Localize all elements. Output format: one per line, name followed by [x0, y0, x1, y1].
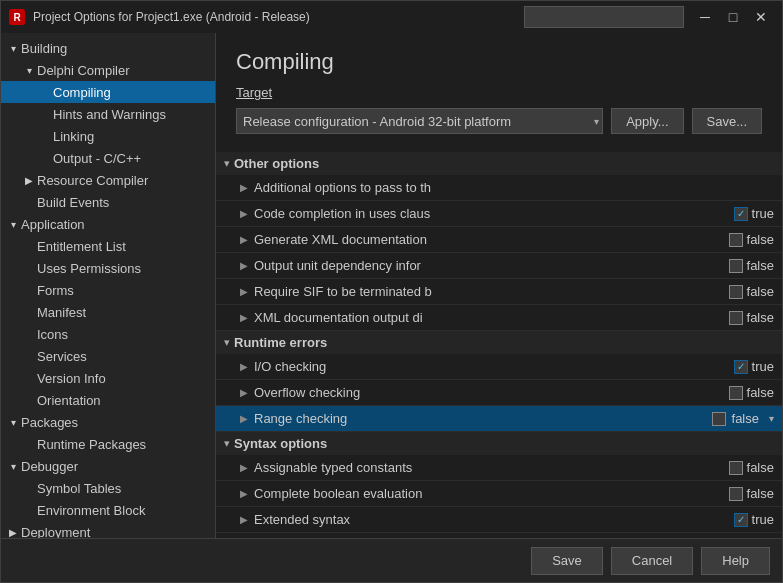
sidebar: ▾ Building ▾ Delphi Compiler Compiling H… [1, 33, 216, 538]
row-expand-arrow[interactable]: ▶ [240, 413, 248, 424]
sidebar-item-entitlement-list[interactable]: Entitlement List [1, 235, 215, 257]
group-arrow-runtime-errors: ▾ [224, 336, 230, 349]
target-select[interactable]: Release configuration - Android 32-bit p… [236, 108, 603, 134]
row-checkbox[interactable] [734, 513, 748, 527]
row-expand-arrow[interactable]: ▶ [240, 387, 248, 398]
row-checkbox[interactable] [734, 360, 748, 374]
sidebar-label-build-events: Build Events [37, 195, 215, 210]
sidebar-item-orientation[interactable]: Orientation [1, 389, 215, 411]
group-header-runtime-errors[interactable]: ▾ Runtime errors [216, 331, 782, 354]
row-expand-arrow[interactable]: ▶ [240, 286, 248, 297]
tree-arrow-hints-warnings [37, 106, 53, 122]
row-expand-arrow[interactable]: ▶ [240, 514, 248, 525]
row-dropdown-icon[interactable]: ▾ [769, 413, 774, 424]
close-button[interactable]: ✕ [748, 4, 774, 30]
option-row[interactable]: ▶ Generate XML documentation false [216, 227, 782, 253]
row-checkbox[interactable] [729, 259, 743, 273]
window: R Project Options for Project1.exe (Andr… [0, 0, 783, 583]
sidebar-item-compiling[interactable]: Compiling [1, 81, 215, 103]
tree-arrow-debugger: ▾ [5, 458, 21, 474]
option-row[interactable]: ▶ Require SIF to be terminated b false [216, 279, 782, 305]
maximize-button[interactable]: □ [720, 4, 746, 30]
row-value-text: false [747, 460, 774, 475]
save-button[interactable]: Save [531, 547, 603, 575]
sidebar-label-icons: Icons [37, 327, 215, 342]
sidebar-item-manifest[interactable]: Manifest [1, 301, 215, 323]
search-input[interactable] [524, 6, 684, 28]
sidebar-item-hints-warnings[interactable]: Hints and Warnings [1, 103, 215, 125]
option-row[interactable]: ▶ Complete boolean evaluation false [216, 481, 782, 507]
row-expand-arrow[interactable]: ▶ [240, 182, 248, 193]
sidebar-item-application[interactable]: ▾ Application [1, 213, 215, 235]
row-checkbox[interactable] [729, 285, 743, 299]
group-label-other-options: Other options [234, 156, 319, 171]
row-expand-arrow[interactable]: ▶ [240, 312, 248, 323]
option-row[interactable]: ▶ Overflow checking false [216, 380, 782, 406]
option-row[interactable]: ▶ XML documentation output di false [216, 305, 782, 331]
content-area: ▾ Building ▾ Delphi Compiler Compiling H… [1, 33, 782, 538]
option-row[interactable]: ▶ I/O checking true [216, 354, 782, 380]
sidebar-item-packages[interactable]: ▾ Packages [1, 411, 215, 433]
sidebar-item-delphi-compiler[interactable]: ▾ Delphi Compiler [1, 59, 215, 81]
apply-button[interactable]: Apply... [611, 108, 683, 134]
row-expand-arrow[interactable]: ▶ [240, 462, 248, 473]
row-expand-arrow[interactable]: ▶ [240, 260, 248, 271]
row-checkbox[interactable] [734, 207, 748, 221]
sidebar-item-debugger[interactable]: ▾ Debugger [1, 455, 215, 477]
option-row[interactable]: ▶ Open parameters true [216, 533, 782, 538]
row-checkbox[interactable] [712, 412, 726, 426]
sidebar-item-icons[interactable]: Icons [1, 323, 215, 345]
row-value-wrap: false [729, 258, 774, 273]
sidebar-item-version-info[interactable]: Version Info [1, 367, 215, 389]
minimize-button[interactable]: ─ [692, 4, 718, 30]
option-row[interactable]: ▶ Code completion in uses claus true [216, 201, 782, 227]
tree-arrow-build-events [21, 194, 37, 210]
sidebar-label-uses-permissions: Uses Permissions [37, 261, 215, 276]
sidebar-item-environment-block[interactable]: Environment Block [1, 499, 215, 521]
sidebar-item-linking[interactable]: Linking [1, 125, 215, 147]
row-value-wrap: true [734, 359, 774, 374]
sidebar-label-runtime-packages: Runtime Packages [37, 437, 215, 452]
row-checkbox[interactable] [729, 461, 743, 475]
page-title: Compiling [236, 49, 762, 75]
tree-arrow-packages: ▾ [5, 414, 21, 430]
row-label: XML documentation output di [254, 310, 729, 325]
row-expand-arrow[interactable]: ▶ [240, 208, 248, 219]
help-button[interactable]: Help [701, 547, 770, 575]
sidebar-item-uses-permissions[interactable]: Uses Permissions [1, 257, 215, 279]
option-row[interactable]: ▶ Additional options to pass to th [216, 175, 782, 201]
row-checkbox[interactable] [729, 487, 743, 501]
row-expand-arrow[interactable]: ▶ [240, 361, 248, 372]
sidebar-item-symbol-tables[interactable]: Symbol Tables [1, 477, 215, 499]
group-arrow-other-options: ▾ [224, 157, 230, 170]
sidebar-item-runtime-packages[interactable]: Runtime Packages [1, 433, 215, 455]
row-checkbox[interactable] [729, 233, 743, 247]
sidebar-item-resource-compiler[interactable]: ▶ Resource Compiler [1, 169, 215, 191]
sidebar-label-deployment: Deployment [21, 525, 215, 539]
cancel-button[interactable]: Cancel [611, 547, 693, 575]
sidebar-label-environment-block: Environment Block [37, 503, 215, 518]
option-row[interactable]: ▶ Extended syntax true [216, 507, 782, 533]
sidebar-item-build-events[interactable]: Build Events [1, 191, 215, 213]
option-row[interactable]: ▶ Output unit dependency infor false [216, 253, 782, 279]
sidebar-label-entitlement-list: Entitlement List [37, 239, 215, 254]
row-expand-arrow[interactable]: ▶ [240, 488, 248, 499]
save-top-button[interactable]: Save... [692, 108, 762, 134]
row-checkbox[interactable] [729, 386, 743, 400]
sidebar-label-output-c: Output - C/C++ [53, 151, 215, 166]
tree-arrow-delphi-compiler: ▾ [21, 62, 37, 78]
option-row[interactable]: ▶ Range checking false ▾ [216, 406, 782, 432]
option-row[interactable]: ▶ Assignable typed constants false [216, 455, 782, 481]
target-label: Target [236, 85, 272, 100]
group-header-other-options[interactable]: ▾ Other options [216, 152, 782, 175]
tree-arrow-compiling [37, 84, 53, 100]
sidebar-item-building[interactable]: ▾ Building [1, 37, 215, 59]
sidebar-item-deployment[interactable]: ▶ Deployment [1, 521, 215, 538]
sidebar-item-output-c[interactable]: Output - C/C++ [1, 147, 215, 169]
sidebar-item-forms[interactable]: Forms [1, 279, 215, 301]
sidebar-item-services[interactable]: Services [1, 345, 215, 367]
row-expand-arrow[interactable]: ▶ [240, 234, 248, 245]
row-checkbox[interactable] [729, 311, 743, 325]
group-header-syntax-options[interactable]: ▾ Syntax options [216, 432, 782, 455]
target-select-wrap: Release configuration - Android 32-bit p… [236, 108, 603, 134]
